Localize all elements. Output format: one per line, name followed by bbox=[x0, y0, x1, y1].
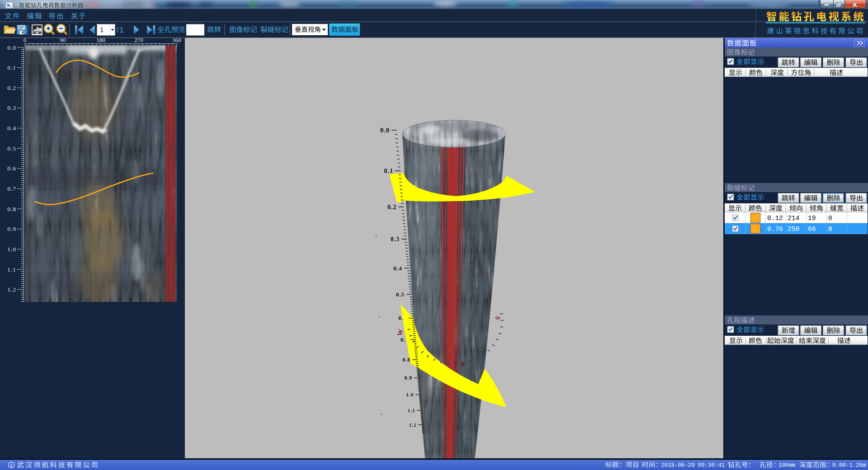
svg-text:1.0: 1.0 bbox=[7, 246, 16, 253]
svg-text:0.76: 0.76 bbox=[767, 226, 783, 233]
svg-text:90: 90 bbox=[60, 37, 66, 43]
svg-text:66: 66 bbox=[808, 226, 816, 233]
svg-text:0.2: 0.2 bbox=[7, 85, 16, 91]
svg-text:/1: /1 bbox=[117, 26, 124, 34]
svg-text:0.2: 0.2 bbox=[387, 204, 396, 211]
svg-text:0: 0 bbox=[828, 215, 832, 222]
svg-text:2018-06-29 09:30:41: 2018-06-29 09:30:41 bbox=[661, 462, 725, 469]
svg-text:214: 214 bbox=[788, 215, 799, 222]
svg-text:0.3: 0.3 bbox=[391, 236, 400, 243]
svg-text:0.7: 0.7 bbox=[7, 185, 16, 192]
svg-text:0.0: 0.0 bbox=[7, 44, 16, 51]
svg-text:0.4: 0.4 bbox=[393, 265, 402, 272]
svg-text:270: 270 bbox=[134, 37, 143, 43]
svg-text:0.5: 0.5 bbox=[7, 145, 16, 152]
svg-text:0: 0 bbox=[828, 226, 832, 233]
svg-text:1.0: 1.0 bbox=[406, 392, 414, 397]
svg-text:0.3: 0.3 bbox=[7, 104, 16, 111]
svg-text:19: 19 bbox=[808, 215, 816, 222]
svg-text:0.8: 0.8 bbox=[402, 357, 410, 363]
svg-text:0.0: 0.0 bbox=[380, 127, 390, 134]
svg-text:100mm: 100mm bbox=[778, 462, 795, 469]
svg-text:0.12: 0.12 bbox=[767, 215, 783, 222]
svg-text:1: 1 bbox=[100, 26, 104, 33]
svg-text:0.9: 0.9 bbox=[7, 226, 16, 232]
svg-text:0.1: 0.1 bbox=[7, 64, 16, 71]
svg-text:c: c bbox=[10, 463, 13, 468]
svg-text:1.1: 1.1 bbox=[7, 266, 16, 273]
svg-text:0.4: 0.4 bbox=[7, 125, 16, 132]
svg-text:0.00-1.26m: 0.00-1.26m bbox=[832, 462, 866, 469]
svg-text:360: 360 bbox=[172, 37, 181, 43]
svg-text:0.5: 0.5 bbox=[396, 291, 405, 298]
svg-text:1.2: 1.2 bbox=[409, 423, 416, 428]
svg-text:0.6: 0.6 bbox=[7, 165, 16, 172]
svg-text:1.2: 1.2 bbox=[7, 286, 16, 293]
svg-text:0: 0 bbox=[24, 37, 27, 43]
svg-text:1.1: 1.1 bbox=[408, 408, 415, 413]
svg-text:0.8: 0.8 bbox=[7, 206, 16, 212]
svg-text:250: 250 bbox=[788, 226, 799, 233]
svg-text:0.9: 0.9 bbox=[404, 375, 412, 381]
svg-text:0.1: 0.1 bbox=[384, 167, 393, 174]
svg-text:180: 180 bbox=[96, 37, 105, 43]
